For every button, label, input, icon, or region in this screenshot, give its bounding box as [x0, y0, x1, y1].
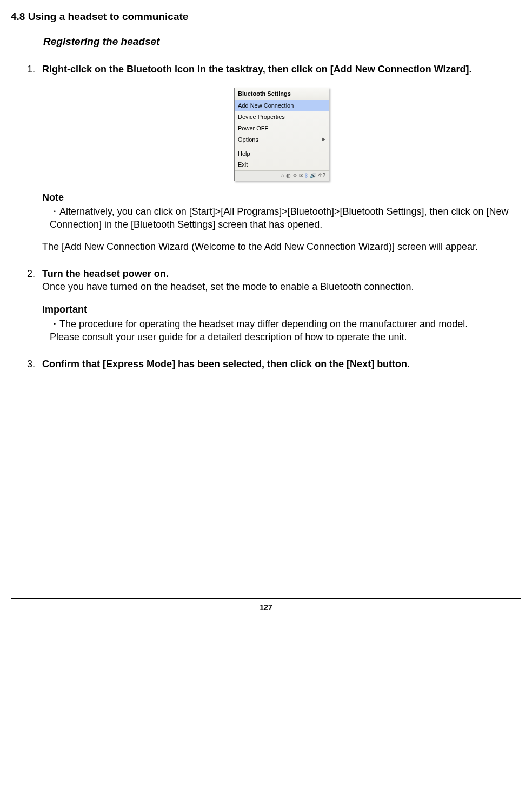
page-footer: 127	[11, 598, 521, 612]
step-1: Right-click on the Bluetooth icon in the…	[38, 63, 521, 253]
bluetooth-icon[interactable]: ᛒ	[305, 172, 308, 180]
step-3: Confirm that [Express Mode] has been sel…	[38, 357, 521, 370]
menu-separator	[237, 147, 327, 147]
step-2-instruction: Turn the headset power on.	[42, 268, 169, 279]
context-menu: Bluetooth Settings Add New Connection De…	[234, 88, 329, 181]
system-tray: ⌂ ◐ ⚙ ✉ ᛒ 🔊 4:2	[235, 170, 329, 181]
menu-item-options[interactable]: Options ▶	[235, 134, 329, 145]
important-tail: Please consult your user guide for a det…	[50, 330, 521, 343]
important-label: Important	[42, 303, 521, 316]
menu-item-options-label: Options	[238, 136, 258, 144]
menu-item-device-properties[interactable]: Device Properties	[235, 111, 329, 123]
tray-icon: ◐	[286, 172, 291, 180]
menu-title: Bluetooth Settings	[235, 88, 329, 100]
instruction-list: Right-click on the Bluetooth icon in the…	[11, 63, 521, 371]
important-text: ・The procedure for operating the headset…	[50, 317, 521, 330]
tray-time: 4:2	[318, 172, 325, 180]
tray-icon: ✉	[299, 172, 303, 180]
step-1-result: The [Add New Connection Wizard (Welcome …	[42, 240, 521, 253]
menu-item-add-new-connection[interactable]: Add New Connection	[235, 100, 329, 111]
note-label: Note	[42, 191, 521, 204]
context-menu-figure: Bluetooth Settings Add New Connection De…	[42, 88, 521, 181]
tray-icon: ⚙	[292, 172, 297, 180]
menu-item-help[interactable]: Help	[235, 148, 329, 160]
section-title: 4.8 Using a headset to communicate	[11, 11, 521, 23]
subsection-title: Registering the headset	[43, 36, 521, 48]
submenu-arrow-icon: ▶	[322, 137, 325, 143]
step-2: Turn the headset power on. Once you have…	[38, 267, 521, 343]
step-2-description: Once you have turned on the headset, set…	[42, 280, 521, 293]
step-3-instruction: Confirm that [Express Mode] has been sel…	[42, 359, 410, 369]
tray-icon: ⌂	[281, 172, 284, 180]
note-text: ・Alternatively, you can click on [Start]…	[50, 205, 521, 231]
menu-item-exit[interactable]: Exit	[235, 159, 329, 170]
page-number: 127	[260, 603, 272, 612]
tray-icon: 🔊	[310, 172, 316, 180]
menu-item-power-off[interactable]: Power OFF	[235, 123, 329, 134]
step-1-instruction: Right-click on the Bluetooth icon in the…	[42, 64, 472, 75]
